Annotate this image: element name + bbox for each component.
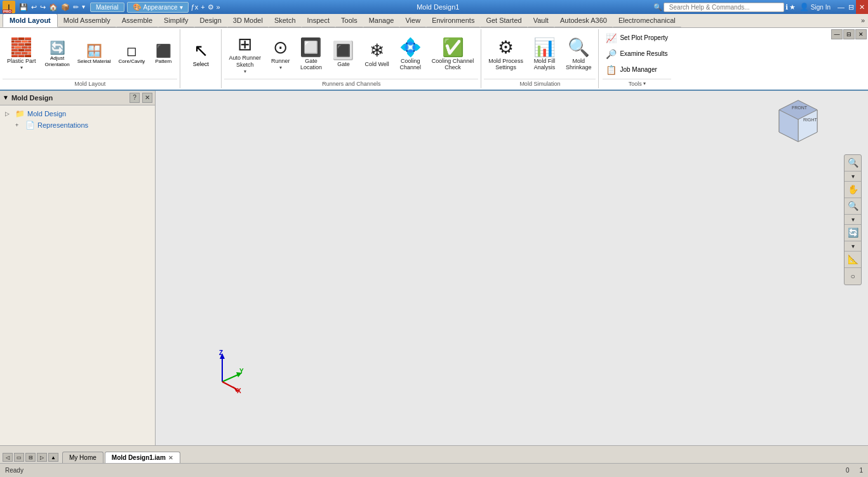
runner-btn[interactable]: ⊙ Runner ▾ — [267, 34, 295, 74]
tab-environments[interactable]: Environments — [426, 14, 480, 27]
viewport[interactable]: FRONT RIGHT Z Y X — [156, 91, 868, 445]
select-btn[interactable]: ↖ Select — [185, 37, 216, 71]
redo-btn[interactable]: ↪ — [39, 3, 47, 11]
panel-close-btn[interactable]: ✕ — [142, 93, 152, 103]
nav-zoom-fit-btn[interactable]: 🔍 — [845, 155, 861, 171]
fx-btn[interactable]: ƒx — [191, 3, 199, 11]
tab-autodesk-a360[interactable]: Autodesk A360 — [554, 14, 613, 27]
nav-orbit-btn[interactable]: 🔄 — [845, 225, 861, 241]
tab-ctrl-5[interactable]: ▲ — [48, 453, 58, 462]
nav-pan-btn[interactable]: ✋ — [845, 182, 861, 198]
tab-ctrl-1[interactable]: ◁ — [3, 453, 13, 462]
pattern-btn[interactable]: ⬛ Pattern — [149, 41, 177, 67]
tab-design[interactable]: Design — [194, 14, 227, 27]
tab-ctrl-4[interactable]: ▷ — [37, 453, 47, 462]
tab-my-home[interactable]: My Home — [62, 452, 103, 463]
nav-collapse-btn[interactable]: ○ — [845, 268, 861, 285]
search-icon: 🔍 — [653, 3, 662, 11]
mold-process-settings-btn[interactable]: ⚙ Mold ProcessSettings — [484, 34, 528, 75]
nav-zoom-in-dropdown[interactable]: ▾ — [845, 215, 861, 225]
mold-shrinkage-btn[interactable]: 🔍 MoldShrinkage — [561, 34, 596, 75]
ribbon-group-mold-sim: ⚙ Mold ProcessSettings 📊 Mold FillAnalys… — [481, 29, 599, 88]
tab-3d-model[interactable]: 3D Model — [227, 14, 269, 27]
appearance-selector[interactable]: 🎨 Appearance ▾ — [127, 2, 189, 13]
cooling-channel-btn[interactable]: 💠 CoolingChannel — [395, 34, 426, 75]
tools-label[interactable]: Tools ▾ — [603, 79, 671, 87]
svg-text:Z: Z — [219, 350, 223, 356]
mold-fill-analysis-btn[interactable]: 📊 Mold FillAnalysis — [529, 34, 560, 75]
gate-btn[interactable]: 🔳 Gate — [328, 37, 359, 71]
ribbon-restore-btn[interactable]: ⊟ — [843, 29, 855, 39]
sketch-btn[interactable]: ✏ — [72, 3, 80, 11]
tab-assemble[interactable]: Assemble — [116, 14, 158, 27]
plastic-part-btn[interactable]: 🧱 Plastic Part ▾ — [3, 34, 41, 74]
nav-look-at-btn[interactable]: 📐 — [845, 252, 861, 268]
minimize-btn[interactable]: — — [836, 3, 846, 11]
tree-item-mold-design[interactable]: ▷ 📁 Mold Design — [0, 108, 155, 119]
panel-help-btn[interactable]: ? — [130, 93, 140, 103]
tab-sketch[interactable]: Sketch — [269, 14, 302, 27]
cold-well-btn[interactable]: ❄ Cold Well — [360, 37, 393, 71]
ribbon-group-mold-layout: 🧱 Plastic Part ▾ 🔄 AdjustOrientation 🪟 S… — [0, 29, 180, 88]
gate-location-btn[interactable]: 🔲 GateLocation — [295, 34, 326, 75]
nav-zoom-in-btn[interactable]: 🔍 — [845, 198, 861, 215]
more2-btn[interactable]: » — [217, 3, 220, 11]
tab-tools[interactable]: Tools — [335, 14, 363, 27]
home-btn[interactable]: 🏠 — [48, 3, 59, 11]
sign-in-btn[interactable]: 👤 Sign In — [799, 3, 831, 11]
nav-zoom-dropdown[interactable]: ▾ — [845, 171, 861, 182]
panel-header: ▼ Mold Design ? ✕ — [0, 91, 155, 105]
more-btn[interactable]: ▾ — [81, 3, 86, 11]
set-plot-property-btn[interactable]: 📈 Set Plot Property — [603, 31, 671, 45]
bottom-tabs-bar: ◁ ▭ ⊟ ▷ ▲ My Home Mold Design1.iam ✕ — [0, 445, 868, 463]
info-btn[interactable]: ℹ — [785, 3, 788, 11]
core-cavity-btn[interactable]: ◻ Core/Cavity — [116, 41, 149, 67]
tab-simplify[interactable]: Simplify — [158, 14, 194, 27]
settings-btn[interactable]: ⚙ — [208, 3, 214, 11]
tab-ctrl-3[interactable]: ⊟ — [25, 453, 36, 462]
tab-inspect[interactable]: Inspect — [302, 14, 335, 27]
star-btn[interactable]: ★ — [789, 3, 796, 11]
mold-shrinkage-icon: 🔍 — [568, 37, 590, 58]
tab-manage[interactable]: Manage — [363, 14, 400, 27]
search-input[interactable] — [664, 3, 784, 12]
tab-mold-design-iam-label: Mold Design1.iam — [112, 454, 166, 461]
examine-results-btn[interactable]: 🔎 Examine Results — [603, 47, 671, 61]
auto-runner-arrow[interactable]: ▾ — [244, 69, 246, 74]
ribbon-close-btn[interactable]: ✕ — [855, 29, 867, 39]
panel-title: Mold Design — [11, 94, 127, 102]
tab-expand[interactable]: » — [858, 14, 868, 27]
tab-mold-design-iam[interactable]: Mold Design1.iam ✕ — [105, 452, 180, 463]
nav-orbit-dropdown[interactable]: ▾ — [845, 241, 861, 252]
tab-view[interactable]: View — [399, 14, 426, 27]
tree-item-representations[interactable]: + 📄 Representations — [0, 119, 155, 131]
tab-get-started[interactable]: Get Started — [480, 14, 527, 27]
tab-mold-layout[interactable]: Mold Layout — [3, 14, 58, 27]
adjust-orientation-btn[interactable]: 🔄 AdjustOrientation — [42, 38, 73, 69]
pattern-label: Pattern — [155, 58, 171, 65]
plus-btn[interactable]: + — [201, 3, 204, 11]
runner-arrow[interactable]: ▾ — [279, 65, 282, 71]
auto-runner-sketch-label: Auto RunnerSketch — [229, 55, 261, 69]
material-selector[interactable]: Material — [90, 3, 124, 12]
auto-runner-sketch-btn[interactable]: ⊞ Auto RunnerSketch ▾ — [224, 30, 265, 77]
panel-expand-icon[interactable]: ▼ — [3, 94, 9, 101]
maximize-btn[interactable]: ⊟ — [846, 3, 856, 11]
nav-cube[interactable]: FRONT RIGHT — [773, 97, 824, 148]
tab-mold-design-iam-close[interactable]: ✕ — [168, 455, 173, 461]
ribbon-minimize-btn[interactable]: — — [831, 29, 843, 39]
close-btn[interactable]: ✕ — [856, 0, 868, 14]
tab-ctrl-2[interactable]: ▭ — [14, 453, 24, 462]
select-material-btn[interactable]: 🪟 Select Material — [74, 41, 114, 67]
tab-vault[interactable]: Vault — [528, 14, 554, 27]
undo-btn[interactable]: ↩ — [30, 3, 38, 11]
job-manager-btn[interactable]: 📋 Job Manager — [603, 63, 671, 77]
new-btn[interactable]: 📦 — [60, 3, 71, 11]
save-btn[interactable]: 💾 — [18, 3, 29, 11]
tab-mold-assembly[interactable]: Mold Assembly — [58, 14, 116, 27]
cooling-channel-check-btn[interactable]: ✅ Cooling ChannelCheck — [427, 34, 479, 75]
plastic-part-arrow[interactable]: ▾ — [20, 65, 23, 71]
tree-label-representations: Representations — [37, 121, 88, 129]
runner-icon: ⊙ — [273, 37, 288, 58]
tab-electromechanical[interactable]: Electromechanical — [613, 14, 681, 27]
